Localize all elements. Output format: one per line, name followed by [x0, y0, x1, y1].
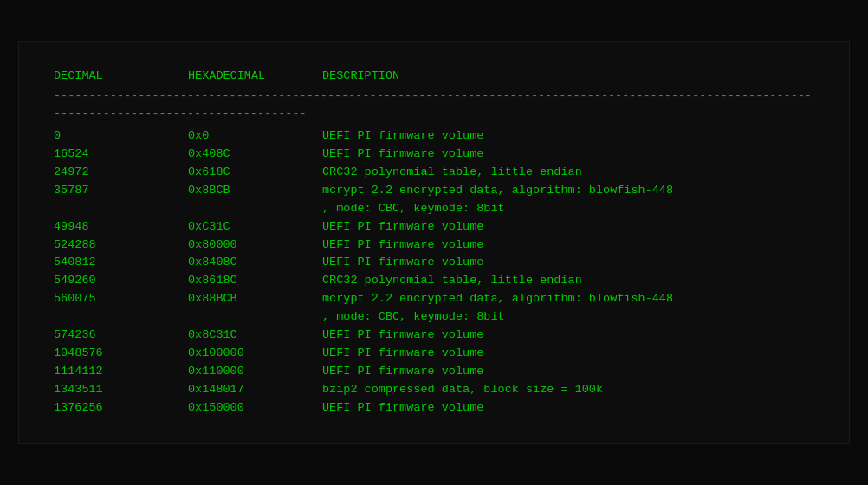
- cell-description: bzip2 compressed data, block size = 100k: [322, 381, 814, 399]
- cell-decimal: 24972: [54, 164, 188, 182]
- cell-description: UEFI PI firmware volume: [322, 146, 814, 164]
- cell-hex: 0x100000: [188, 345, 322, 363]
- table-row: 499480xC31CUEFI PI firmware volume: [54, 218, 814, 236]
- cell-hex: 0x80000: [188, 236, 322, 255]
- cell-hex: 0x148017: [188, 381, 322, 399]
- cell-description: , mode: CBC, keymode: 8bit: [322, 200, 814, 218]
- table-row: 165240x408CUEFI PI firmware volume: [54, 146, 814, 164]
- cell-hex: 0xC31C: [188, 218, 322, 236]
- header-description: DESCRIPTION: [322, 68, 814, 86]
- table-row: 5600750x88BCBmcrypt 2.2 encrypted data, …: [54, 290, 814, 308]
- cell-description: UEFI PI firmware volume: [322, 218, 814, 236]
- cell-decimal: 540812: [54, 254, 188, 272]
- cell-hex: 0x110000: [188, 363, 322, 381]
- table-row: 5408120x8408CUEFI PI firmware volume: [54, 254, 814, 272]
- cell-decimal: 1343511: [54, 381, 188, 399]
- table-row: 13762560x150000UEFI PI firmware volume: [54, 399, 814, 417]
- cell-decimal: 49948: [54, 218, 188, 236]
- table-row: 11141120x110000UEFI PI firmware volume: [54, 363, 814, 381]
- cell-description: UEFI PI firmware volume: [322, 345, 814, 363]
- cell-description: UEFI PI firmware volume: [322, 399, 814, 417]
- header-hexadecimal: HEXADECIMAL: [188, 68, 322, 86]
- table-row: 249720x618CCRC32 polynomial table, littl…: [54, 164, 814, 182]
- cell-hex: 0x8C31C: [188, 327, 322, 345]
- cell-description: mcrypt 2.2 encrypted data, algorithm: bl…: [322, 182, 814, 200]
- cell-decimal: 549260: [54, 272, 188, 290]
- cell-description: UEFI PI firmware volume: [322, 363, 814, 381]
- cell-description: UEFI PI firmware volume: [322, 327, 814, 345]
- cell-decimal: [54, 308, 188, 327]
- cell-description: UEFI PI firmware volume: [322, 127, 814, 146]
- table-row: 13435110x148017bzip2 compressed data, bl…: [54, 381, 814, 399]
- cell-hex: 0x0: [188, 127, 322, 146]
- table-header: DECIMAL HEXADECIMAL DESCRIPTION: [54, 68, 814, 86]
- table-row: 5492600x8618CCRC32 polynomial table, lit…: [54, 272, 814, 290]
- cell-description: UEFI PI firmware volume: [322, 236, 814, 255]
- table-row: 10485760x100000UEFI PI firmware volume: [54, 345, 814, 363]
- cell-hex: 0x8618C: [188, 272, 322, 290]
- cell-hex: [188, 308, 322, 327]
- cell-hex: [188, 200, 322, 218]
- table-row: , mode: CBC, keymode: 8bit: [54, 200, 814, 218]
- cell-description: UEFI PI firmware volume: [322, 254, 814, 272]
- table-row: 357870x8BCBmcrypt 2.2 encrypted data, al…: [54, 182, 814, 200]
- cell-hex: 0x408C: [188, 146, 322, 164]
- table-divider: ----------------------------------------…: [54, 87, 814, 124]
- cell-decimal: 16524: [54, 146, 188, 164]
- header-decimal: DECIMAL: [54, 68, 188, 86]
- cell-decimal: 0: [54, 127, 188, 146]
- table-row: 5742360x8C31CUEFI PI firmware volume: [54, 327, 814, 345]
- cell-description: mcrypt 2.2 encrypted data, algorithm: bl…: [322, 290, 814, 308]
- table-row: 5242880x80000UEFI PI firmware volume: [54, 236, 814, 255]
- cell-hex: 0x88BCB: [188, 290, 322, 308]
- cell-hex: 0x8BCB: [188, 182, 322, 200]
- cell-description: CRC32 polynomial table, little endian: [322, 164, 814, 182]
- cell-decimal: 35787: [54, 182, 188, 200]
- cell-decimal: 524288: [54, 236, 188, 255]
- table-row: , mode: CBC, keymode: 8bit: [54, 308, 814, 327]
- cell-description: , mode: CBC, keymode: 8bit: [322, 308, 814, 327]
- table-row: 00x0UEFI PI firmware volume: [54, 127, 814, 146]
- cell-hex: 0x8408C: [188, 254, 322, 272]
- cell-decimal: [54, 200, 188, 218]
- cell-decimal: 560075: [54, 290, 188, 308]
- cell-decimal: 1376256: [54, 399, 188, 417]
- cell-description: CRC32 polynomial table, little endian: [322, 272, 814, 290]
- cell-decimal: 1048576: [54, 345, 188, 363]
- cell-hex: 0x150000: [188, 399, 322, 417]
- table-body: 00x0UEFI PI firmware volume165240x408CUE…: [54, 127, 814, 417]
- terminal-window: DECIMAL HEXADECIMAL DESCRIPTION --------…: [18, 41, 850, 444]
- cell-hex: 0x618C: [188, 164, 322, 182]
- cell-decimal: 1114112: [54, 363, 188, 381]
- cell-decimal: 574236: [54, 327, 188, 345]
